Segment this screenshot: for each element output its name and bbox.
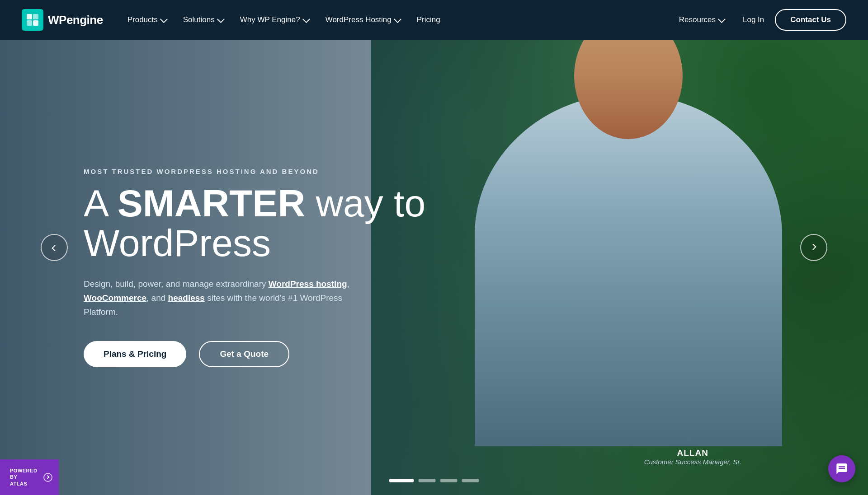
resources-chevron-icon <box>718 15 726 23</box>
logo-icon <box>22 9 43 31</box>
plans-pricing-button[interactable]: Plans & Pricing <box>84 341 186 367</box>
nav-items: Products Solutions Why WP Engine? WordPr… <box>119 12 671 28</box>
hero-buttons: Plans & Pricing Get a Quote <box>84 341 868 367</box>
woocommerce-link[interactable]: WooCommerce <box>84 293 146 303</box>
navbar: WPengine Products Solutions Why WP Engin… <box>0 0 868 40</box>
svg-rect-0 <box>27 14 32 19</box>
logo-text: WPengine <box>48 13 103 27</box>
arrow-left-icon <box>52 245 58 251</box>
logo-wp: WP <box>48 13 66 27</box>
logo[interactable]: WPengine <box>22 9 103 31</box>
atlas-badge[interactable]: POWERED BY ATLAS <box>0 459 59 495</box>
nav-item-solutions-label: Solutions <box>183 15 215 24</box>
nav-item-hosting-label: WordPress Hosting <box>326 15 392 24</box>
hero-subtext: Design, build, power, and manage extraor… <box>84 277 364 319</box>
carousel-next-button[interactable] <box>800 234 827 261</box>
carousel-dot-2[interactable] <box>419 479 436 482</box>
get-quote-button[interactable]: Get a Quote <box>199 341 289 367</box>
nav-item-wordpress-hosting[interactable]: WordPress Hosting <box>317 12 408 28</box>
headless-link[interactable]: headless <box>168 293 205 303</box>
login-link[interactable]: Log In <box>743 15 764 24</box>
contact-button[interactable]: Contact Us <box>775 9 846 31</box>
products-chevron-icon <box>160 15 168 23</box>
carousel-dots <box>389 479 479 482</box>
person-name: ALLAN <box>644 448 741 458</box>
nav-item-solutions[interactable]: Solutions <box>175 12 231 28</box>
carousel-dot-4[interactable] <box>462 479 479 482</box>
chat-icon <box>835 462 848 475</box>
hero-content: MOST TRUSTED WORDPRESS HOSTING AND BEYON… <box>0 40 868 495</box>
hosting-chevron-icon <box>394 15 401 23</box>
chat-button[interactable] <box>828 455 855 482</box>
nav-item-why-wp-engine[interactable]: Why WP Engine? <box>232 12 316 28</box>
carousel-prev-button[interactable] <box>41 234 68 261</box>
hero-eyebrow: MOST TRUSTED WORDPRESS HOSTING AND BEYON… <box>84 168 868 175</box>
hero-headline: A SMARTER way toWordPress <box>84 183 468 263</box>
svg-rect-1 <box>33 14 38 19</box>
carousel-dot-1[interactable] <box>389 479 414 482</box>
logo-engine: engine <box>66 13 103 27</box>
nav-item-resources[interactable]: Resources <box>671 12 732 28</box>
atlas-powered-by: POWERED BY <box>10 468 37 480</box>
atlas-chevron-icon <box>46 475 49 479</box>
nav-item-pricing-label: Pricing <box>417 15 440 24</box>
atlas-badge-text: POWERED BY ATLAS <box>10 467 37 487</box>
svg-rect-3 <box>33 20 38 26</box>
carousel-dot-3[interactable] <box>440 479 458 482</box>
nav-item-resources-label: Resources <box>679 15 716 24</box>
nav-item-products-label: Products <box>127 15 158 24</box>
nav-item-why-label: Why WP Engine? <box>240 15 300 24</box>
solutions-chevron-icon <box>217 15 225 23</box>
hero-section: MOST TRUSTED WORDPRESS HOSTING AND BEYON… <box>0 0 868 495</box>
arrow-right-icon <box>810 244 816 250</box>
person-role: Customer Success Manager, Sr. <box>644 458 741 466</box>
why-chevron-icon <box>302 15 310 23</box>
person-label: ALLAN Customer Success Manager, Sr. <box>644 448 741 466</box>
svg-rect-2 <box>27 20 32 26</box>
nav-item-products[interactable]: Products <box>119 12 174 28</box>
atlas-badge-arrow-icon <box>43 473 52 482</box>
nav-item-pricing[interactable]: Pricing <box>409 12 448 28</box>
atlas-name: ATLAS <box>10 481 27 486</box>
nav-right: Resources Log In Contact Us <box>671 9 846 31</box>
wordpress-hosting-link[interactable]: WordPress hosting <box>269 279 347 289</box>
